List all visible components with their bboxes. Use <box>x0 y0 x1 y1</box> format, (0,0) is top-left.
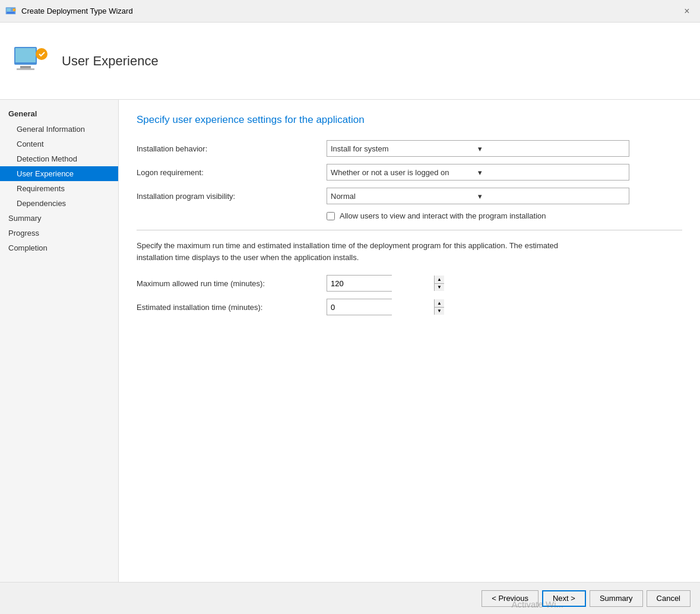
close-button[interactable]: × <box>679 3 695 20</box>
visibility-dropdown[interactable]: Normal ▾ <box>327 188 629 204</box>
wizard-icon <box>5 5 17 17</box>
logon-requirement-row: Logon requirement: Whether or not a user… <box>137 164 682 181</box>
header-icon <box>12 42 50 80</box>
estimated-time-spinner[interactable]: ▲ ▼ <box>327 299 392 315</box>
sidebar-item-progress[interactable]: Progress <box>0 226 118 240</box>
sidebar-item-user-experience[interactable]: User Experience <box>0 166 118 181</box>
chevron-down-icon: ▾ <box>478 168 625 177</box>
sidebar-item-summary[interactable]: Summary <box>0 211 118 226</box>
sidebar-item-content[interactable]: Content <box>0 137 118 151</box>
allow-users-checkbox[interactable] <box>327 212 335 220</box>
installation-behavior-row: Installation behavior: Install for syste… <box>137 140 682 157</box>
visibility-row: Installation program visibility: Normal … <box>137 188 682 204</box>
logon-requirement-label: Logon requirement: <box>137 168 327 177</box>
sidebar: General General Information Content Dete… <box>0 100 119 582</box>
logon-requirement-dropdown[interactable]: Whether or not a user is logged on ▾ <box>327 164 629 181</box>
checkbox-row: Allow users to view and interact with th… <box>327 211 682 220</box>
title-bar-title: Create Deployment Type Wizard <box>21 7 133 15</box>
sidebar-item-requirements[interactable]: Requirements <box>0 181 118 196</box>
title-bar-left: Create Deployment Type Wizard <box>5 5 133 17</box>
max-run-time-input[interactable] <box>327 276 434 291</box>
content-heading: Specify user experience settings for the… <box>137 114 682 126</box>
divider <box>137 230 682 230</box>
dialog-header: User Experience <box>0 23 700 100</box>
next-button[interactable]: Next > <box>542 590 586 607</box>
max-run-time-row: Maximum allowed run time (minutes): ▲ ▼ <box>137 275 682 292</box>
sidebar-item-detection-method[interactable]: Detection Method <box>0 151 118 166</box>
sidebar-item-dependencies[interactable]: Dependencies <box>0 196 118 211</box>
chevron-down-icon: ▾ <box>478 192 625 201</box>
max-run-time-spinner-buttons: ▲ ▼ <box>434 276 444 291</box>
chevron-down-icon: ▾ <box>478 144 625 153</box>
max-run-time-up-button[interactable]: ▲ <box>435 276 444 283</box>
summary-button[interactable]: Summary <box>590 590 643 607</box>
cancel-button[interactable]: Cancel <box>647 590 691 607</box>
sidebar-group-general: General <box>0 106 118 122</box>
svg-rect-6 <box>20 66 31 68</box>
visibility-label: Installation program visibility: <box>137 192 327 201</box>
estimated-time-up-button[interactable]: ▲ <box>435 299 444 307</box>
svg-rect-2 <box>7 12 14 13</box>
svg-rect-7 <box>17 68 34 70</box>
max-run-time-spinner[interactable]: ▲ ▼ <box>327 275 392 292</box>
estimated-time-input[interactable] <box>327 299 434 315</box>
estimated-time-spinner-buttons: ▲ ▼ <box>434 299 444 315</box>
svg-rect-1 <box>7 8 11 11</box>
sidebar-item-general-information[interactable]: General Information <box>0 122 118 137</box>
max-run-time-down-button[interactable]: ▼ <box>435 283 444 292</box>
dialog-body: General General Information Content Dete… <box>0 100 700 582</box>
title-bar: Create Deployment Type Wizard × <box>0 0 700 23</box>
estimated-time-label: Estimated installation time (minutes): <box>137 303 327 312</box>
sidebar-item-completion[interactable]: Completion <box>0 240 118 255</box>
estimated-time-down-button[interactable]: ▼ <box>435 307 444 315</box>
installation-behavior-dropdown[interactable]: Install for system ▾ <box>327 140 629 157</box>
dialog: User Experience General General Informat… <box>0 23 700 614</box>
estimated-time-row: Estimated installation time (minutes): ▲… <box>137 299 682 315</box>
checkbox-label: Allow users to view and interact with th… <box>340 211 546 220</box>
dialog-footer: Activate Wi... < Previous Next > Summary… <box>0 582 700 614</box>
installation-behavior-label: Installation behavior: <box>137 144 327 153</box>
header-title: User Experience <box>62 53 159 69</box>
svg-rect-5 <box>15 48 36 62</box>
max-run-time-label: Maximum allowed run time (minutes): <box>137 279 327 288</box>
main-content: Specify user experience settings for the… <box>119 100 700 582</box>
description-text: Specify the maximum run time and estimat… <box>137 240 588 263</box>
previous-button[interactable]: < Previous <box>482 590 539 607</box>
svg-point-8 <box>36 48 47 60</box>
